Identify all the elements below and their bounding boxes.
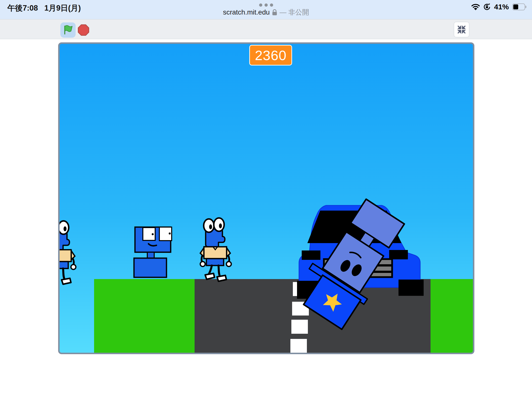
battery-fill [513,4,518,9]
url-bar[interactable]: scratch.mit.edu — 非公開 [223,8,309,17]
lane-dash [290,339,307,353]
stop-sign-icon [78,24,89,36]
address-area: scratch.mit.edu — 非公開 [0,0,532,17]
stage-canvas[interactable]: 2360 [58,42,474,354]
lane-dash [291,320,308,334]
privacy-label: — 非公開 [280,8,309,17]
collapse-arrows-icon [457,25,466,34]
person-sprite-clipped [58,222,75,286]
person-sprite [201,219,230,283]
score-value: 2360 [255,47,287,63]
stop-button[interactable] [78,24,89,36]
green-flag-button[interactable] [60,22,76,38]
green-flag-icon [63,25,73,35]
grass-left [94,279,195,353]
ipad-screen: 午後7:08 1月9日(月) scratch.mit.edu — 非公開 [0,0,532,399]
exit-fullscreen-button[interactable] [454,22,469,37]
battery-icon [512,3,525,10]
url-text: scratch.mit.edu [223,8,270,16]
lock-icon [272,9,277,16]
status-bar: 午後7:08 1月9日(月) scratch.mit.edu — 非公開 [0,0,532,19]
grass-right [431,279,473,353]
score-variable-readout: 2360 [249,45,292,66]
scratch-player-toolbar [0,19,532,39]
crashed-robot-sprite [310,198,394,329]
square-robot-sprite [134,227,173,278]
battery-tip [525,6,526,8]
tab-overflow-dots-icon[interactable] [259,3,273,7]
